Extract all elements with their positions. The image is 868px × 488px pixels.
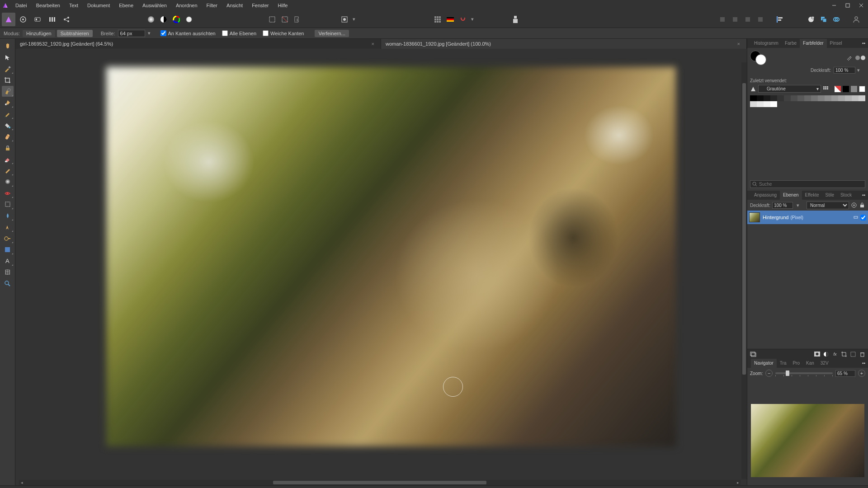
healing-brush-tool[interactable]	[2, 131, 14, 142]
mode-add-button[interactable]: Hinzufügen	[23, 30, 55, 37]
add-pixel-icon[interactable]	[849, 350, 857, 358]
tab-navigator[interactable]: Navigator	[751, 359, 777, 368]
zoom-slider[interactable]	[775, 372, 833, 374]
layer-opacity-dropdown[interactable]: ▾	[795, 202, 801, 208]
scroll-left-icon[interactable]: ◂	[19, 480, 24, 485]
tab-effects[interactable]: Effekte	[802, 191, 822, 200]
pen-tool[interactable]	[2, 221, 14, 232]
marquee-tool[interactable]	[2, 199, 14, 210]
gray-swatch[interactable]	[852, 95, 859, 101]
arrange-4-icon[interactable]	[754, 14, 767, 25]
zoom-in-button[interactable]: +	[858, 370, 865, 377]
vertical-scrollbar[interactable]	[741, 62, 747, 479]
flood-select-tool[interactable]	[2, 97, 14, 108]
fx-icon[interactable]: fx	[831, 350, 839, 358]
pencil-tool[interactable]	[2, 165, 14, 176]
marquee-crossed-icon[interactable]	[278, 14, 291, 25]
tab-histogram[interactable]: Histogramm	[751, 39, 782, 48]
scrollbar-thumb[interactable]	[742, 83, 746, 375]
panel-menu-icon[interactable]: ▪▪	[859, 39, 868, 48]
recent-color-swatch[interactable]	[861, 56, 865, 60]
crop-tool[interactable]	[2, 75, 14, 85]
snap-icon[interactable]	[457, 14, 469, 25]
tab-stock[interactable]: Stock	[837, 191, 855, 200]
fg-bg-color[interactable]	[750, 51, 768, 65]
swatch-search-input[interactable]	[759, 182, 863, 187]
swatch-search[interactable]	[750, 180, 865, 188]
quick-mask-icon[interactable]	[338, 14, 351, 25]
gray-swatch[interactable]	[804, 95, 811, 101]
blur-tool[interactable]	[2, 176, 14, 187]
hand-tool[interactable]	[2, 41, 14, 52]
menu-document[interactable]: Dokument	[83, 0, 114, 11]
tab-swatches[interactable]: Farbfelder	[800, 39, 827, 48]
menu-view[interactable]: Ansicht	[222, 0, 247, 11]
marquee-rect-icon[interactable]	[266, 14, 278, 25]
black-swatch[interactable]	[843, 86, 849, 92]
gray-swatch[interactable]	[750, 101, 757, 107]
arrange-3-icon[interactable]	[741, 14, 754, 25]
white-swatch[interactable]	[859, 86, 865, 92]
layer-opacity-input[interactable]	[772, 202, 793, 209]
fill-tool[interactable]	[2, 120, 14, 131]
menu-filter[interactable]: Filter	[202, 0, 222, 11]
palette-select[interactable]: Grautöne▾	[758, 85, 821, 93]
tab-close-icon[interactable]: ×	[370, 41, 376, 47]
tab-layers[interactable]: Ebenen	[780, 191, 802, 200]
tab-close-icon[interactable]: ×	[736, 41, 742, 47]
tab-channels[interactable]: Kan	[803, 359, 817, 368]
gray-swatch[interactable]	[770, 101, 777, 107]
scroll-right-icon[interactable]: ▸	[735, 480, 741, 485]
assistant-icon[interactable]	[509, 14, 522, 25]
tab-styles[interactable]: Stile	[822, 191, 837, 200]
gray-swatch[interactable]	[851, 86, 857, 92]
minimize-button[interactable]	[827, 0, 841, 11]
duplicate-icon[interactable]	[817, 14, 830, 25]
foreground-color-well[interactable]	[755, 54, 766, 65]
tab-transform[interactable]: Tra	[777, 359, 790, 368]
link-icon[interactable]	[830, 14, 843, 25]
crop-layer-icon[interactable]	[840, 350, 848, 358]
menu-window[interactable]: Fenster	[247, 0, 273, 11]
scrollbar-thumb[interactable]	[273, 481, 486, 484]
move-tool[interactable]	[2, 52, 14, 63]
grid-small-icon[interactable]	[431, 14, 444, 25]
mesh-warp-tool[interactable]	[2, 267, 14, 277]
zoom-out-button[interactable]: −	[765, 370, 773, 377]
mode-subtract-button[interactable]: Subtrahieren	[57, 30, 93, 37]
red-eye-tool[interactable]	[2, 188, 14, 198]
horizontal-scrollbar[interactable]: ◂ ▸	[19, 480, 741, 485]
tone-map-persona-button[interactable]	[45, 13, 59, 26]
document-tab-2[interactable]: woman-1836601_1920.jpg [Geändert] (100.0…	[381, 39, 747, 49]
text-tool[interactable]: A	[2, 255, 14, 266]
grid-view-icon[interactable]	[823, 86, 829, 92]
layer-link-icon[interactable]	[853, 215, 859, 220]
develop-persona-button[interactable]	[31, 13, 44, 26]
gray-swatch[interactable]	[845, 95, 852, 101]
menu-file[interactable]: Datei	[11, 0, 32, 11]
blend-mode-select[interactable]: Normal	[807, 202, 849, 209]
menu-text[interactable]: Text	[65, 0, 83, 11]
arrange-2-icon[interactable]	[729, 14, 741, 25]
opacity-dropdown[interactable]: ▾	[855, 67, 862, 73]
close-button[interactable]	[854, 0, 868, 11]
menu-layer[interactable]: Ebene	[114, 0, 138, 11]
smudge-tool[interactable]	[2, 210, 14, 221]
quick-mask-dropdown[interactable]: ▾	[351, 16, 357, 22]
gray-swatch[interactable]	[777, 95, 784, 101]
flag-icon[interactable]	[444, 14, 457, 25]
menu-arrange[interactable]: Anordnen	[171, 0, 202, 11]
gray-swatch[interactable]	[859, 95, 865, 101]
gray-swatch[interactable]	[764, 95, 770, 101]
gray-swatch[interactable]	[770, 95, 777, 101]
maximize-button[interactable]	[841, 0, 854, 11]
panel-menu-icon[interactable]: ▪▪	[859, 359, 868, 368]
arrange-1-icon[interactable]	[716, 14, 729, 25]
gray-swatch[interactable]	[818, 95, 825, 101]
opacity-input[interactable]	[834, 67, 855, 74]
gray-swatch[interactable]	[764, 101, 770, 107]
tab-protocol[interactable]: Pro	[789, 359, 803, 368]
navigator-preview[interactable]	[751, 404, 864, 477]
tab-32v[interactable]: 32V	[817, 359, 832, 368]
mask-icon[interactable]	[813, 350, 821, 358]
